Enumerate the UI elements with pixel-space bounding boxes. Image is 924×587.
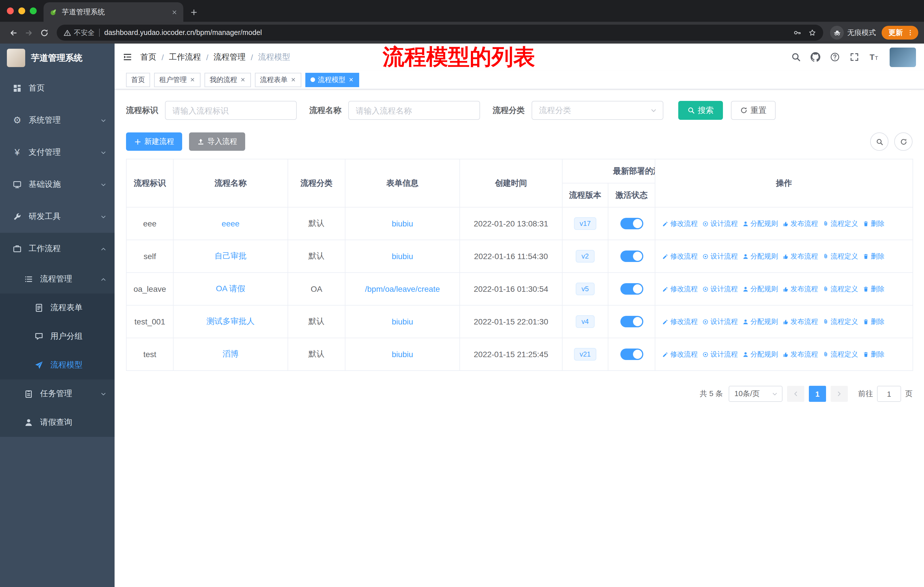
- action-link-design[interactable]: 设计流程: [702, 284, 738, 294]
- action-link-definition[interactable]: 流程定义: [823, 349, 858, 359]
- address-bar[interactable]: 不安全 dashboard.yudao.iocoder.cn/bpm/manag…: [57, 25, 823, 41]
- reset-button[interactable]: 重置: [731, 101, 776, 120]
- process-name-link[interactable]: 滔博: [223, 349, 239, 358]
- breadcrumb-item[interactable]: 流程模型: [258, 52, 290, 62]
- new-tab-button[interactable]: [190, 8, 198, 16]
- active-status-toggle[interactable]: [620, 316, 643, 327]
- sidebar-item-devtools[interactable]: 研发工具: [0, 201, 115, 233]
- previous-page-button[interactable]: [787, 386, 804, 402]
- browser-update-button[interactable]: 更新: [882, 26, 918, 40]
- action-link-assign[interactable]: 分配规则: [742, 219, 778, 228]
- reload-button[interactable]: [37, 26, 52, 39]
- passwords-key-icon[interactable]: [794, 29, 802, 37]
- action-link-delete[interactable]: 删除: [863, 219, 884, 228]
- sidebar-item-infrastructure[interactable]: 基础设施: [0, 169, 115, 201]
- refresh-table-button[interactable]: [894, 132, 912, 151]
- tab-close-icon[interactable]: [171, 9, 178, 15]
- site-security-chip[interactable]: 不安全: [64, 28, 94, 38]
- close-icon[interactable]: [240, 77, 246, 83]
- page-number-button[interactable]: 1: [809, 386, 826, 402]
- breadcrumb-item[interactable]: 流程管理: [214, 52, 246, 62]
- action-link-design[interactable]: 设计流程: [702, 219, 738, 228]
- sidebar-item-process-form[interactable]: 流程表单: [0, 293, 115, 322]
- sidebar-item-process-model[interactable]: 流程模型: [0, 351, 115, 379]
- action-link-definition[interactable]: 流程定义: [823, 317, 858, 326]
- action-link-modify[interactable]: 修改流程: [662, 251, 698, 261]
- close-icon[interactable]: [190, 77, 195, 83]
- fullscreen-icon[interactable]: [850, 52, 859, 62]
- tab-chip-process-form[interactable]: 流程表单: [255, 73, 301, 87]
- help-icon[interactable]: [830, 52, 840, 62]
- form-info-link[interactable]: biubiu: [392, 219, 413, 228]
- action-link-design[interactable]: 设计流程: [702, 317, 738, 326]
- sidebar-item-task-management[interactable]: 任务管理: [0, 379, 115, 408]
- create-process-button[interactable]: 新建流程: [126, 132, 182, 151]
- close-icon[interactable]: [290, 77, 296, 83]
- font-size-icon[interactable]: TT: [869, 52, 879, 62]
- minimize-window-button[interactable]: [18, 7, 25, 14]
- forward-button[interactable]: [21, 26, 37, 39]
- active-status-toggle[interactable]: [620, 349, 643, 360]
- form-info-link[interactable]: biubiu: [392, 251, 413, 261]
- github-icon[interactable]: [810, 52, 820, 62]
- action-link-design[interactable]: 设计流程: [702, 251, 738, 261]
- active-status-toggle[interactable]: [620, 283, 643, 294]
- zoom-window-button[interactable]: [30, 7, 37, 14]
- sidebar-item-process-management[interactable]: 流程管理: [0, 265, 115, 293]
- sidebar-item-payment[interactable]: ¥支付管理: [0, 136, 115, 169]
- sidebar-item-home[interactable]: 首页: [0, 72, 115, 104]
- import-process-button[interactable]: 导入流程: [189, 132, 245, 151]
- action-link-modify[interactable]: 修改流程: [662, 317, 698, 326]
- header-search-icon[interactable]: [791, 52, 801, 62]
- sidebar-collapse-button[interactable]: [115, 52, 140, 62]
- action-link-definition[interactable]: 流程定义: [823, 284, 858, 294]
- active-status-toggle[interactable]: [620, 251, 643, 262]
- browser-tab[interactable]: 芋道管理系统: [43, 2, 183, 22]
- action-link-delete[interactable]: 删除: [863, 317, 884, 326]
- action-link-design[interactable]: 设计流程: [702, 349, 738, 359]
- action-link-publish[interactable]: 发布流程: [782, 219, 818, 228]
- tab-chip-tenant[interactable]: 租户管理: [154, 73, 201, 87]
- tab-chip-process-model[interactable]: 流程模型: [305, 73, 359, 87]
- action-link-modify[interactable]: 修改流程: [662, 349, 698, 359]
- sidebar-item-workflow[interactable]: 工作流程: [0, 233, 115, 265]
- close-window-button[interactable]: [7, 7, 14, 14]
- action-link-assign[interactable]: 分配规则: [742, 251, 778, 261]
- bookmark-star-icon[interactable]: [808, 29, 816, 37]
- action-link-delete[interactable]: 删除: [863, 349, 884, 359]
- action-link-modify[interactable]: 修改流程: [662, 219, 698, 228]
- action-link-modify[interactable]: 修改流程: [662, 284, 698, 294]
- process-name-input[interactable]: [348, 101, 480, 120]
- close-icon[interactable]: [348, 77, 354, 83]
- browser-menu-icon[interactable]: [907, 29, 914, 36]
- process-id-input[interactable]: [165, 101, 297, 120]
- form-info-link[interactable]: /bpm/oa/leave/create: [365, 284, 440, 293]
- action-link-publish[interactable]: 发布流程: [782, 284, 818, 294]
- back-button[interactable]: [6, 26, 21, 39]
- sidebar-item-user-group[interactable]: 用户分组: [0, 322, 115, 351]
- action-link-definition[interactable]: 流程定义: [823, 251, 858, 261]
- page-size-select[interactable]: 10条/页: [729, 386, 782, 402]
- form-info-link[interactable]: biubiu: [392, 350, 413, 359]
- action-link-publish[interactable]: 发布流程: [782, 251, 818, 261]
- form-info-link[interactable]: biubiu: [392, 317, 413, 326]
- action-link-publish[interactable]: 发布流程: [782, 317, 818, 326]
- sidebar-item-system[interactable]: ⚙系统管理: [0, 104, 115, 136]
- breadcrumb-item[interactable]: 工作流程: [169, 52, 201, 62]
- sidebar-item-leave-query[interactable]: 请假查询: [0, 408, 115, 437]
- next-page-button[interactable]: [831, 386, 848, 402]
- process-name-link[interactable]: 自己审批: [214, 251, 247, 260]
- search-button[interactable]: 搜索: [678, 101, 723, 120]
- process-category-select[interactable]: 流程分类: [531, 101, 663, 120]
- active-status-toggle[interactable]: [620, 218, 643, 229]
- user-avatar[interactable]: [889, 47, 916, 67]
- action-link-assign[interactable]: 分配规则: [742, 284, 778, 294]
- tab-chip-my-process[interactable]: 我的流程: [205, 73, 251, 87]
- goto-page-input[interactable]: [877, 386, 901, 402]
- action-link-assign[interactable]: 分配规则: [742, 349, 778, 359]
- process-name-link[interactable]: 测试多审批人: [206, 316, 255, 326]
- tab-chip-home[interactable]: 首页: [126, 73, 150, 87]
- action-link-publish[interactable]: 发布流程: [782, 349, 818, 359]
- action-link-delete[interactable]: 删除: [863, 251, 884, 261]
- process-name-link[interactable]: OA 请假: [216, 284, 246, 293]
